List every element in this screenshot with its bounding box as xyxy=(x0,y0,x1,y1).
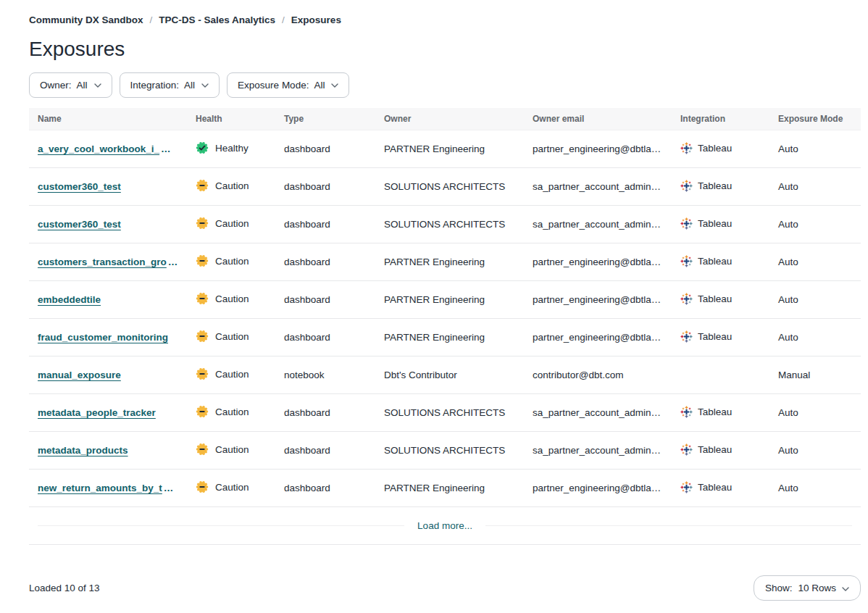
health-status-label: Caution xyxy=(215,256,249,267)
exposure-name-link[interactable]: customers_transaction_gro… xyxy=(38,257,178,267)
cell-name: customers_transaction_gro… xyxy=(29,243,187,281)
load-more-link[interactable]: Load more... xyxy=(404,520,485,531)
cell-owner: SOLUTIONS ARCHITECTS xyxy=(375,168,524,206)
filter-bar: Owner: All Integration: All Exposure Mod… xyxy=(29,72,861,98)
exposure-mode-filter-label: Exposure Mode: xyxy=(238,80,309,91)
column-header-type: Type xyxy=(275,108,375,130)
rows-per-page-dropdown[interactable]: Show: 10 Rows xyxy=(754,575,861,601)
owner-filter-dropdown[interactable]: Owner: All xyxy=(29,72,112,98)
cell-owner: PARTNER Engineering xyxy=(375,130,524,168)
table-footer: Loaded 10 of 13 Show: 10 Rows xyxy=(29,575,861,601)
health-status-label: Healthy xyxy=(215,143,249,154)
cell-owner-email: partner_engineering@dbtla… xyxy=(524,281,672,319)
cell-exposure-mode: Auto xyxy=(769,168,861,206)
tableau-icon xyxy=(680,330,693,343)
table-row: customers_transaction_gro…Cautiondashboa… xyxy=(29,243,861,281)
chevron-down-icon xyxy=(94,83,101,88)
cell-owner-email: partner_engineering@dbtla… xyxy=(524,319,672,356)
cell-integration: Tableau xyxy=(672,130,769,168)
cell-owner: PARTNER Engineering xyxy=(375,281,524,319)
cell-name: metadata_people_tracker xyxy=(29,394,187,432)
integration-filter-value: All xyxy=(184,80,195,91)
caution-minus-icon xyxy=(196,480,209,493)
cell-health: Healthy xyxy=(187,130,275,168)
cell-health: Caution xyxy=(187,470,275,507)
show-value: 10 Rows xyxy=(798,583,836,593)
cell-name: customer360_test xyxy=(29,206,187,243)
exposure-name-link[interactable]: metadata_products xyxy=(38,445,128,456)
cell-integration: Tableau xyxy=(672,243,769,281)
cell-type: dashboard xyxy=(275,319,375,356)
cell-owner-email: partner_engineering@dbtla… xyxy=(524,130,672,168)
column-header-owner: Owner xyxy=(375,108,524,130)
table-row: customer360_testCautiondashboardSOLUTION… xyxy=(29,168,861,206)
caution-minus-icon xyxy=(196,179,209,192)
cell-health: Caution xyxy=(187,394,275,432)
cell-owner: PARTNER Engineering xyxy=(375,470,524,507)
cell-owner: SOLUTIONS ARCHITECTS xyxy=(375,394,524,432)
cell-owner-email: sa_partner_account_admin… xyxy=(524,168,672,206)
cell-exposure-mode: Auto xyxy=(769,281,861,319)
breadcrumb-separator: / xyxy=(282,14,285,25)
tableau-icon xyxy=(680,481,693,493)
exposure-name-link[interactable]: embeddedtile xyxy=(38,294,101,305)
exposure-name-link[interactable]: customer360_test xyxy=(38,219,121,230)
column-header-integration: Integration xyxy=(672,108,769,130)
breadcrumb-project[interactable]: Community DX Sandbox xyxy=(29,14,143,25)
integration-label: Tableau xyxy=(698,444,732,455)
tableau-icon xyxy=(680,142,693,154)
cell-exposure-mode: Auto xyxy=(769,243,861,281)
divider xyxy=(485,525,852,526)
integration-label: Tableau xyxy=(698,331,732,342)
integration-label: Tableau xyxy=(698,482,732,493)
tableau-icon xyxy=(680,255,693,267)
cell-integration: Tableau xyxy=(672,206,769,243)
cell-owner: PARTNER Engineering xyxy=(375,243,524,281)
table-row: manual_exposureCautionnotebookDbt's Cont… xyxy=(29,356,861,394)
cell-name: new_return_amounts_by_t… xyxy=(29,470,187,507)
cell-type: dashboard xyxy=(275,206,375,243)
exposure-name-link[interactable]: a_very_cool_workbook_i_… xyxy=(38,143,171,154)
breadcrumb-package[interactable]: TPC-DS - Sales Analytics xyxy=(159,14,275,25)
exposure-name-link[interactable]: metadata_people_tracker xyxy=(38,407,156,418)
exposure-mode-filter-value: All xyxy=(314,80,325,91)
cell-health: Caution xyxy=(187,168,275,206)
health-status-label: Caution xyxy=(215,406,249,417)
column-header-exposure-mode: Exposure Mode xyxy=(769,108,861,130)
owner-filter-value: All xyxy=(77,80,88,91)
exposure-mode-filter-dropdown[interactable]: Exposure Mode: All xyxy=(227,72,349,98)
cell-integration: Tableau xyxy=(672,432,769,470)
cell-name: fraud_customer_monitoring xyxy=(29,319,187,356)
integration-label: Tableau xyxy=(698,293,732,304)
caution-minus-icon xyxy=(196,367,209,380)
cell-owner: PARTNER Engineering xyxy=(375,319,524,356)
cell-type: dashboard xyxy=(275,130,375,168)
tableau-icon xyxy=(680,406,693,418)
cell-exposure-mode: Auto xyxy=(769,470,861,507)
cell-name: metadata_products xyxy=(29,432,187,470)
exposure-name-link[interactable]: fraud_customer_monitoring xyxy=(38,332,168,343)
exposure-name-link[interactable]: new_return_amounts_by_t… xyxy=(38,483,173,493)
owner-filter-label: Owner: xyxy=(40,80,72,91)
table-body: a_very_cool_workbook_i_…Healthydashboard… xyxy=(29,130,861,507)
breadcrumb-separator: / xyxy=(150,14,153,25)
integration-filter-dropdown[interactable]: Integration: All xyxy=(120,72,220,98)
cell-type: notebook xyxy=(275,356,375,394)
cell-integration: Tableau xyxy=(672,319,769,356)
tableau-icon xyxy=(680,293,693,305)
integration-label: Tableau xyxy=(698,218,732,229)
cell-owner: SOLUTIONS ARCHITECTS xyxy=(375,206,524,243)
healthy-check-icon xyxy=(196,141,209,154)
exposure-name-link[interactable]: customer360_test xyxy=(38,181,121,192)
health-status-label: Caution xyxy=(215,180,249,191)
cell-owner-email: contributor@dbt.com xyxy=(524,356,672,394)
column-header-owner-email: Owner email xyxy=(524,108,672,130)
cell-name: a_very_cool_workbook_i_… xyxy=(29,130,187,168)
health-status-label: Caution xyxy=(215,293,249,304)
exposure-name-link[interactable]: manual_exposure xyxy=(38,370,121,380)
caution-minus-icon xyxy=(196,254,209,267)
table-row: embeddedtileCautiondashboardPARTNER Engi… xyxy=(29,281,861,319)
table-row: metadata_productsCautiondashboardSOLUTIO… xyxy=(29,432,861,470)
cell-type: dashboard xyxy=(275,394,375,432)
cell-health: Caution xyxy=(187,243,275,281)
